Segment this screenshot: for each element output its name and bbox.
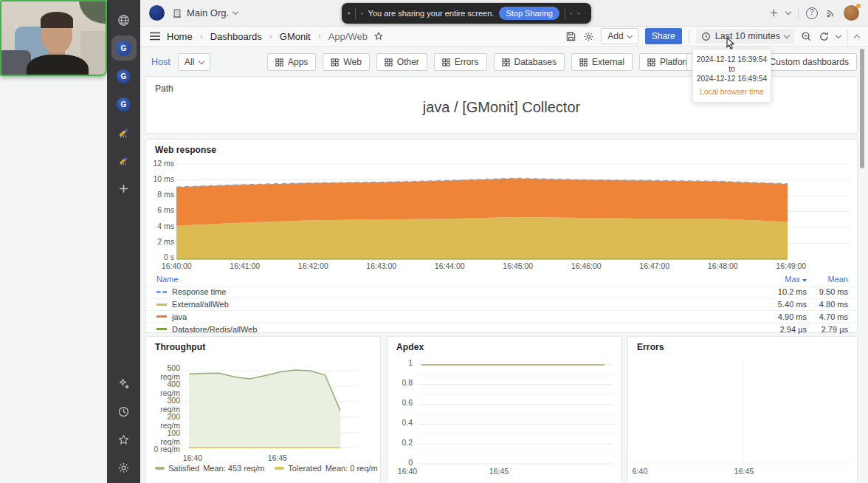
browser-sidebar <box>107 0 140 483</box>
x-tick: 16:49:00 <box>757 261 826 270</box>
legend-row[interactable]: Datastore/Redis/allWeb 2.94 µs 2.79 µs <box>146 323 857 335</box>
panel-title[interactable]: Apdex <box>396 342 424 352</box>
favorite-star-icon[interactable] <box>373 31 384 41</box>
gmonit-tab[interactable] <box>111 64 137 89</box>
chevron-down-icon[interactable] <box>785 9 791 15</box>
new-menu-plus-icon[interactable] <box>769 8 779 18</box>
zoom-out-icon[interactable] <box>801 31 812 42</box>
telescope-icon[interactable] <box>111 120 137 145</box>
link-databases[interactable]: Databases <box>494 53 565 71</box>
notification-dot <box>856 4 861 8</box>
x-tick: 16:46:00 <box>552 261 621 270</box>
kebab-menu-icon[interactable] <box>585 8 585 18</box>
panel-title[interactable]: Web response <box>155 145 216 155</box>
x-tick: 16:44:00 <box>416 261 484 270</box>
apps-grid-icon <box>385 58 393 66</box>
series-mean: 9.50 ms <box>807 287 848 296</box>
refresh-icon[interactable] <box>819 31 830 42</box>
legend-col-name[interactable]: Name <box>156 275 760 284</box>
org-switcher[interactable]: Main Org. <box>187 7 229 18</box>
microphone-icon[interactable] <box>570 8 572 19</box>
breadcrumb-home[interactable]: Home <box>167 31 193 42</box>
x-tick: 16:47:00 <box>621 261 689 270</box>
share-button[interactable]: Share <box>645 28 682 44</box>
add-button[interactable]: Add <box>601 28 638 44</box>
user-avatar[interactable] <box>844 5 859 21</box>
breadcrumb-gmonit[interactable]: GMonit <box>280 31 311 42</box>
y-tick: 8 ms <box>140 190 174 199</box>
gmonit-tab-active[interactable] <box>111 35 137 61</box>
link-web[interactable]: Web <box>323 53 369 71</box>
gmonit-tab[interactable] <box>111 92 137 117</box>
legend-row[interactable]: java 4.90 ms 4.70 ms <box>146 310 857 323</box>
throughput-chart <box>185 363 359 452</box>
help-icon[interactable] <box>806 7 818 19</box>
legend-header: Name Max Mean <box>146 273 857 286</box>
gear-icon[interactable] <box>111 455 137 480</box>
legend-col-max[interactable]: Max <box>760 275 807 284</box>
settings-gear-icon[interactable] <box>583 31 594 42</box>
globe-icon[interactable] <box>111 7 137 32</box>
series-max: 4.90 ms <box>760 312 807 321</box>
link-errors[interactable]: Errors <box>434 53 487 71</box>
webcam-overlay[interactable] <box>0 0 107 76</box>
breadcrumb-dashboards[interactable]: Dashboards <box>210 31 262 42</box>
telescope-icon[interactable] <box>111 148 137 173</box>
gmonit-logo-icon <box>116 41 131 56</box>
legend-row[interactable]: Response time 10.2 ms 9.50 ms <box>146 286 857 298</box>
host-variable-label[interactable]: Host <box>151 57 170 67</box>
link-label: Web <box>343 57 361 67</box>
y-tick: 1 <box>383 358 413 367</box>
mega-menu-icon[interactable] <box>149 31 161 41</box>
camera-tab-icon[interactable] <box>577 8 579 18</box>
page-scrollbar[interactable] <box>860 49 864 168</box>
link-label: Databases <box>514 57 557 67</box>
y-tick: 300 req/m <box>146 396 180 414</box>
link-label: Apps <box>288 57 308 67</box>
tooltip-timezone-note: Local browser time <box>696 88 768 96</box>
screen-share-bar: You are sharing your entire screen. Stop… <box>342 3 591 24</box>
divider <box>847 30 848 42</box>
plus-icon[interactable] <box>111 176 137 201</box>
stop-sharing-button[interactable]: Stop Sharing <box>499 7 559 20</box>
link-external[interactable]: External <box>571 53 633 71</box>
link-apps[interactable]: Apps <box>267 53 316 71</box>
grafana-logo-icon[interactable] <box>149 5 165 21</box>
history-icon[interactable] <box>111 399 137 424</box>
link-other[interactable]: Other <box>376 53 427 71</box>
news-icon[interactable] <box>825 7 836 18</box>
time-range-picker[interactable]: Last 10 minutes <box>696 29 794 44</box>
x-axis: 16:40:00 16:41:00 16:42:00 16:43:00 16:4… <box>142 261 825 270</box>
series-name: Datastore/Redis/allWeb <box>172 325 257 334</box>
legend-item[interactable]: Tolerated Mean: 0 req/m <box>275 464 377 473</box>
errors-panel: Errors 6:40 16:45 <box>627 336 858 483</box>
x-tick: 16:40:00 <box>142 261 211 270</box>
collapse-chevron-up-icon[interactable] <box>854 34 860 40</box>
save-icon[interactable] <box>565 31 576 42</box>
y-tick: 500 req/m <box>146 363 180 381</box>
x-tick: 16:40 <box>396 467 418 476</box>
series-mean: 4.80 ms <box>807 300 848 309</box>
legend-col-mean[interactable]: Mean <box>807 275 848 284</box>
y-tick: 0 s <box>140 253 174 261</box>
y-tick: 4 ms <box>140 222 174 230</box>
divider <box>689 30 689 42</box>
breadcrumb-current: App/Web <box>328 31 368 42</box>
refresh-interval-chevron-icon[interactable] <box>836 32 841 38</box>
sparkles-icon[interactable] <box>111 371 137 396</box>
throughput-panel: Throughput 500 req/m 400 req/m 300 req/m… <box>145 336 381 483</box>
series-name: java <box>172 312 187 321</box>
host-variable-select[interactable]: All <box>178 53 210 71</box>
panel-title[interactable]: Throughput <box>155 342 205 352</box>
legend-item[interactable]: Satisfied Mean: 453 req/m <box>155 464 264 473</box>
chevron-down-icon <box>232 9 238 15</box>
apps-grid-icon <box>502 58 510 66</box>
y-tick: 0.2 <box>383 438 413 447</box>
panel-title[interactable]: Errors <box>637 342 664 352</box>
star-icon[interactable] <box>111 427 137 452</box>
apps-grid-icon <box>647 58 655 66</box>
dashboard-content: Host All Apps Web Other Errors Databas <box>140 47 868 483</box>
minimize-icon[interactable] <box>348 7 350 19</box>
breadcrumb-separator <box>268 31 274 41</box>
legend-row[interactable]: External/allWeb 5.40 ms 4.80 ms <box>146 298 857 310</box>
